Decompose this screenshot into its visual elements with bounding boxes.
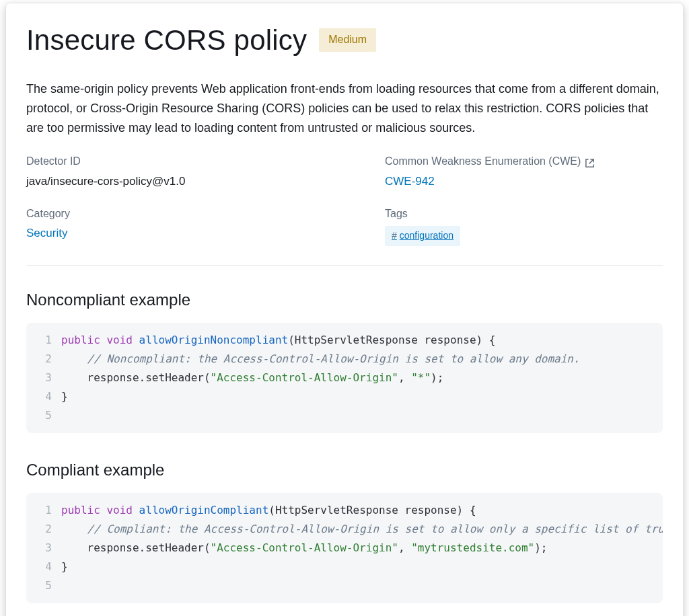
page-title: Insecure CORS policy [26, 18, 307, 62]
code-line: 4} [26, 387, 663, 406]
tags-block: Tags #configuration [385, 206, 663, 246]
detector-card: Insecure CORS policy Medium The same-ori… [5, 3, 684, 616]
line-content: public void allowOriginCompliant(HttpSer… [61, 501, 663, 520]
tags-label: Tags [385, 206, 663, 223]
meta-row-2: Category Security Tags #configuration [26, 206, 663, 246]
line-content: } [61, 557, 663, 576]
code-line: 4} [26, 557, 663, 576]
cwe-label: Common Weakness Enumeration (CWE) [385, 153, 663, 170]
line-number: 1 [26, 501, 61, 520]
compliant-heading: Compliant example [26, 457, 663, 482]
line-content: // Compliant: the Access-Control-Allow-O… [61, 520, 663, 539]
line-content: public void allowOriginNoncompliant(Http… [61, 331, 663, 350]
tag-configuration[interactable]: #configuration [385, 226, 460, 246]
detector-id-block: Detector ID java/insecure-cors-policy@v1… [26, 153, 304, 190]
line-content [61, 576, 663, 595]
code-line: 2 // Compliant: the Access-Control-Allow… [26, 520, 663, 539]
compliant-code: 1public void allowOriginCompliant(HttpSe… [26, 493, 663, 603]
code-line: 3 response.setHeader("Access-Control-All… [26, 369, 663, 387]
line-number: 3 [26, 539, 61, 557]
tag-hash: # [392, 230, 397, 241]
cwe-block: Common Weakness Enumeration (CWE) CWE-94… [385, 153, 663, 190]
detector-id-value: java/insecure-cors-policy@v1.0 [26, 173, 304, 190]
noncompliant-heading: Noncompliant example [26, 287, 663, 312]
code-line: 1public void allowOriginCompliant(HttpSe… [26, 501, 663, 520]
line-number: 2 [26, 350, 61, 369]
line-content: response.setHeader("Access-Control-Allow… [61, 369, 663, 387]
line-number: 4 [26, 557, 61, 576]
line-content: } [61, 387, 663, 406]
code-line: 5 [26, 576, 663, 595]
line-number: 2 [26, 520, 61, 539]
description: The same-origin policy prevents Web appl… [26, 79, 663, 137]
noncompliant-code: 1public void allowOriginNoncompliant(Htt… [26, 323, 663, 433]
line-number: 5 [26, 406, 61, 425]
title-row: Insecure CORS policy Medium [26, 18, 663, 62]
line-content: response.setHeader("Access-Control-Allow… [61, 539, 663, 557]
category-link[interactable]: Security [26, 227, 67, 239]
line-number: 3 [26, 369, 61, 387]
category-label: Category [26, 206, 304, 223]
line-number: 4 [26, 387, 61, 406]
detector-id-label: Detector ID [26, 153, 304, 170]
code-line: 3 response.setHeader("Access-Control-All… [26, 539, 663, 557]
meta-row-1: Detector ID java/insecure-cors-policy@v1… [26, 153, 663, 190]
cwe-link[interactable]: CWE-942 [385, 175, 435, 188]
line-number: 1 [26, 331, 61, 350]
line-content [61, 406, 663, 425]
cwe-label-text: Common Weakness Enumeration (CWE) [385, 153, 581, 170]
tag-text: configuration [400, 230, 454, 241]
category-block: Category Security [26, 206, 304, 246]
external-link-icon [585, 157, 595, 167]
code-line: 1public void allowOriginNoncompliant(Htt… [26, 331, 663, 350]
divider [26, 265, 663, 266]
line-content: // Noncompliant: the Access-Control-Allo… [61, 350, 663, 369]
code-line: 5 [26, 406, 663, 425]
line-number: 5 [26, 576, 61, 595]
code-line: 2 // Noncompliant: the Access-Control-Al… [26, 350, 663, 369]
severity-badge: Medium [319, 28, 376, 52]
